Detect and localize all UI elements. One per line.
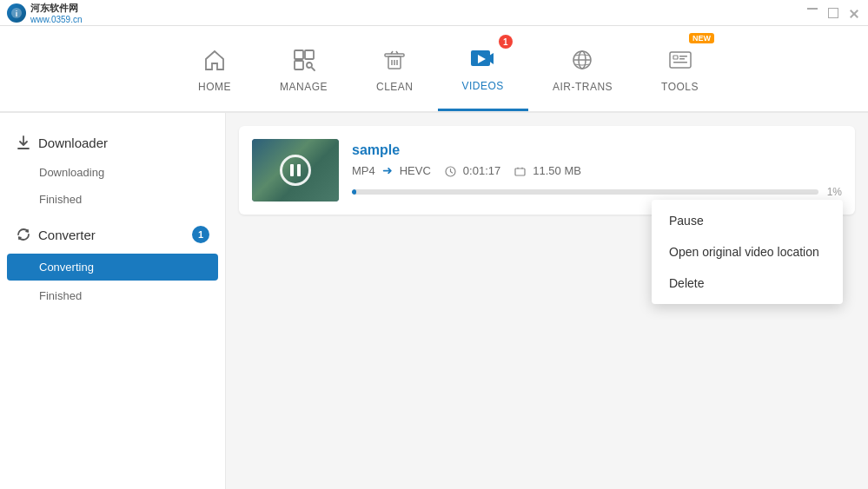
svg-rect-20 bbox=[673, 56, 678, 59]
context-menu-delete[interactable]: Delete bbox=[652, 268, 843, 299]
converter-icon bbox=[16, 227, 31, 242]
sidebar-converter-header[interactable]: Converter 1 bbox=[0, 217, 225, 252]
manage-icon bbox=[288, 44, 320, 76]
nav-item-videos[interactable]: VIDEOS 1 bbox=[438, 26, 528, 111]
progress-container: 1% bbox=[352, 186, 842, 198]
context-menu-pause[interactable]: Pause bbox=[652, 205, 843, 236]
progress-bar bbox=[352, 189, 818, 195]
nav-item-airtrans[interactable]: AIR-TRANS bbox=[528, 26, 637, 111]
main-content: Downloader Downloading Finished bbox=[0, 113, 868, 489]
clean-icon bbox=[379, 44, 410, 76]
video-area: sample MP4 ➜ HEVC 0:01:17 bbox=[226, 113, 868, 489]
logo-icon: i bbox=[7, 3, 26, 23]
sidebar-item-cv-finished[interactable]: Finished bbox=[0, 282, 225, 309]
close-button[interactable] bbox=[849, 8, 859, 18]
svg-rect-23 bbox=[673, 62, 687, 63]
svg-text:i: i bbox=[16, 10, 18, 18]
context-menu: Pause Open original video location Delet… bbox=[652, 200, 843, 304]
sidebar-item-dl-finished[interactable]: Finished bbox=[0, 186, 225, 213]
svg-rect-4 bbox=[295, 61, 303, 69]
clock-icon bbox=[445, 163, 456, 176]
size-icon bbox=[514, 163, 526, 176]
progress-percentage: 1% bbox=[827, 186, 842, 198]
context-menu-open-location[interactable]: Open original video location bbox=[652, 236, 843, 268]
svg-rect-26 bbox=[515, 169, 525, 175]
format-arrow: ➜ bbox=[382, 163, 393, 177]
video-duration: 0:01:17 bbox=[463, 164, 500, 177]
sidebar: Downloader Downloading Finished bbox=[0, 113, 226, 489]
progress-fill bbox=[352, 189, 356, 195]
top-nav: HOME MANAGE CLEAN bbox=[0, 26, 868, 113]
svg-rect-2 bbox=[295, 50, 303, 59]
logo-text: 河东软件网 www.0359.cn bbox=[30, 2, 82, 24]
svg-rect-19 bbox=[670, 52, 691, 68]
maximize-button[interactable] bbox=[828, 8, 838, 18]
video-name: sample bbox=[352, 142, 842, 158]
sidebar-downloader-header[interactable]: Downloader bbox=[0, 126, 225, 159]
sidebar-converter-label: Converter bbox=[38, 228, 96, 242]
video-info: sample MP4 ➜ HEVC 0:01:17 bbox=[352, 142, 842, 198]
title-bar: i 河东软件网 www.0359.cn bbox=[0, 0, 868, 26]
svg-rect-22 bbox=[679, 58, 685, 60]
svg-rect-21 bbox=[679, 56, 687, 57]
pause-icon bbox=[290, 164, 301, 176]
videos-icon bbox=[467, 43, 499, 75]
video-size: 11.50 MB bbox=[533, 164, 581, 177]
nav-item-tools[interactable]: TOOLS NEW bbox=[637, 26, 723, 111]
sidebar-item-converting[interactable]: Converting bbox=[7, 254, 218, 281]
home-icon bbox=[199, 44, 230, 76]
sidebar-item-downloading[interactable]: Downloading bbox=[0, 159, 225, 186]
svg-rect-3 bbox=[305, 50, 314, 59]
window-controls bbox=[807, 8, 859, 18]
svg-point-5 bbox=[307, 63, 312, 68]
tools-icon bbox=[665, 44, 696, 76]
nav-item-home[interactable]: HOME bbox=[174, 26, 255, 111]
downloader-icon bbox=[16, 135, 31, 150]
sidebar-downloader-label: Downloader bbox=[38, 135, 108, 150]
nav-item-manage[interactable]: MANAGE bbox=[255, 26, 352, 111]
video-meta: MP4 ➜ HEVC 0:01:17 bbox=[352, 163, 842, 177]
airtrans-icon bbox=[567, 44, 598, 76]
format-to: HEVC bbox=[400, 164, 431, 177]
videos-badge: 1 bbox=[499, 35, 513, 49]
sidebar-section-downloader: Downloader Downloading Finished bbox=[0, 126, 225, 213]
minimize-button[interactable] bbox=[807, 8, 818, 10]
converter-badge: 1 bbox=[192, 226, 209, 243]
format-from: MP4 bbox=[352, 164, 375, 177]
nav-item-clean[interactable]: CLEAN bbox=[352, 26, 438, 111]
tools-badge-new: NEW bbox=[689, 33, 714, 43]
video-thumbnail bbox=[252, 139, 339, 202]
pause-button[interactable] bbox=[280, 155, 311, 186]
sidebar-section-converter: Converter 1 Converting Finished bbox=[0, 217, 225, 309]
logo-area: i 河东软件网 www.0359.cn bbox=[0, 0, 174, 26]
